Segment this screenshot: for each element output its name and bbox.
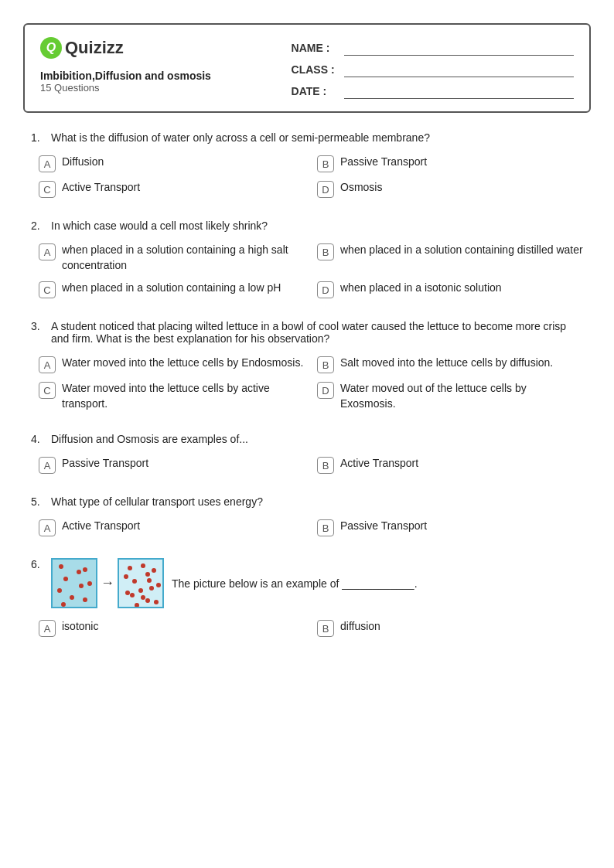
q1-letter-c: C	[39, 181, 56, 198]
name-field-row: NAME :	[292, 40, 574, 56]
q6-image-row: → The picture below is an example of ___…	[51, 558, 583, 608]
q5-num: 5.	[31, 495, 45, 508]
question-4-text: 4. Diffusion and Osmosis are examples of…	[31, 433, 583, 445]
q5-body: What type of cellular transport uses ene…	[51, 495, 263, 508]
q1-answer-b[interactable]: B Passive Transport	[317, 155, 583, 172]
q2-answers: A when placed in a solution containing a…	[31, 243, 583, 298]
quizizz-logo-icon	[40, 37, 62, 59]
q1-letter-b: B	[317, 155, 334, 172]
q3-num: 3.	[31, 320, 45, 345]
q1-text-a: Diffusion	[62, 155, 104, 170]
q2-body: In which case would a cell most likely s…	[51, 220, 268, 232]
date-field-row: DATE :	[292, 83, 574, 99]
q5-answer-a[interactable]: A Active Transport	[39, 519, 305, 536]
q2-letter-c: C	[39, 281, 56, 298]
q3-body: A student noticed that placing wilted le…	[51, 320, 583, 345]
quiz-count: 15 Questions	[40, 82, 276, 94]
q2-answer-a[interactable]: A when placed in a solution containing a…	[39, 243, 305, 273]
q4-letter-a: A	[39, 457, 56, 474]
q1-text-d: Osmosis	[340, 180, 382, 196]
diffusion-image: →	[51, 558, 164, 608]
q1-body: What is the diffusion of water only acro…	[51, 131, 430, 144]
question-1: 1. What is the diffusion of water only a…	[31, 131, 583, 198]
q2-text-d: when placed in a isotonic solution	[340, 281, 502, 296]
q3-letter-a: A	[39, 356, 56, 373]
q6-answer-b[interactable]: B diffusion	[317, 619, 583, 637]
header-left: Quizizz Imbibition,Diffusion and osmosis…	[40, 37, 292, 94]
date-label: DATE :	[292, 85, 338, 97]
q1-num: 1.	[31, 131, 45, 144]
logo-text: Quizizz	[65, 38, 124, 58]
q3-answer-d[interactable]: D Water moved out of the lettuce cells b…	[317, 381, 583, 411]
q3-text-b: Salt moved into the lettuce cells by dif…	[340, 356, 553, 371]
q2-num: 2.	[31, 220, 45, 232]
q4-text-a: Passive Transport	[62, 456, 148, 471]
q2-letter-b: B	[317, 243, 334, 260]
question-1-text: 1. What is the diffusion of water only a…	[31, 131, 583, 144]
q4-answers: A Passive Transport B Active Transport	[31, 456, 583, 474]
q6-answers: A isotonic B diffusion	[31, 619, 583, 637]
q1-answer-c[interactable]: C Active Transport	[39, 180, 305, 198]
quizizz-logo: Quizizz	[40, 37, 276, 59]
question-2-text: 2. In which case would a cell most likel…	[31, 220, 583, 232]
q3-answers: A Water moved into the lettuce cells by …	[31, 356, 583, 411]
q2-letter-a: A	[39, 243, 56, 260]
quiz-title: Imbibition,Diffusion and osmosis	[40, 70, 276, 82]
question-3-text: 3. A student noticed that placing wilted…	[31, 320, 583, 345]
q4-num: 4.	[31, 433, 45, 445]
q6-text-a: isotonic	[62, 619, 98, 635]
name-line[interactable]	[344, 40, 574, 56]
q3-text-a: Water moved into the lettuce cells by En…	[62, 356, 303, 371]
q3-text-d: Water moved out of the lettuce cells by …	[340, 381, 583, 411]
q1-answer-a[interactable]: A Diffusion	[39, 155, 305, 172]
q2-answer-b[interactable]: B when placed in a solution containing d…	[317, 243, 583, 273]
q6-num: 6.	[31, 558, 45, 608]
q1-answer-d[interactable]: D Osmosis	[317, 180, 583, 198]
q4-answer-a[interactable]: A Passive Transport	[39, 456, 305, 474]
q5-text-b: Passive Transport	[340, 519, 427, 534]
question-6: 6. → The picture below is an example of …	[31, 558, 583, 637]
question-4: 4. Diffusion and Osmosis are examples of…	[31, 433, 583, 474]
question-6-text: 6. → The picture below is an example of …	[31, 558, 583, 608]
q2-text-a: when placed in a solution containing a h…	[62, 243, 305, 273]
q5-text-a: Active Transport	[62, 519, 140, 534]
q4-letter-b: B	[317, 457, 334, 474]
q6-text-b: diffusion	[340, 619, 380, 635]
q6-answer-a[interactable]: A isotonic	[39, 619, 305, 637]
question-2: 2. In which case would a cell most likel…	[31, 220, 583, 298]
q3-letter-b: B	[317, 356, 334, 373]
cell-left	[51, 558, 97, 608]
cell-right	[118, 558, 164, 608]
q2-letter-d: D	[317, 281, 334, 298]
q3-letter-d: D	[317, 382, 334, 399]
q6-wrapper: → The picture below is an example of ___…	[51, 558, 583, 608]
name-label: NAME :	[292, 42, 338, 54]
q5-letter-a: A	[39, 519, 56, 536]
q6-letter-b: B	[317, 620, 334, 637]
q2-answer-d[interactable]: D when placed in a isotonic solution	[317, 281, 583, 298]
diffusion-arrow: →	[101, 575, 114, 591]
q3-answer-b[interactable]: B Salt moved into the lettuce cells by d…	[317, 356, 583, 373]
q1-text-b: Passive Transport	[340, 155, 427, 170]
q5-answer-b[interactable]: B Passive Transport	[317, 519, 583, 536]
question-3: 3. A student noticed that placing wilted…	[31, 320, 583, 411]
q1-answers: A Diffusion B Passive Transport C Active…	[31, 155, 583, 198]
questions-area: 1. What is the diffusion of water only a…	[23, 131, 591, 637]
q1-text-c: Active Transport	[62, 180, 140, 196]
q5-letter-b: B	[317, 519, 334, 536]
q3-answer-a[interactable]: A Water moved into the lettuce cells by …	[39, 356, 305, 373]
class-line[interactable]	[344, 62, 574, 77]
q4-answer-b[interactable]: B Active Transport	[317, 456, 583, 474]
class-field-row: CLASS :	[292, 62, 574, 77]
q5-answers: A Active Transport B Passive Transport	[31, 519, 583, 536]
q1-letter-a: A	[39, 155, 56, 172]
question-5-text: 5. What type of cellular transport uses …	[31, 495, 583, 508]
header-box: Quizizz Imbibition,Diffusion and osmosis…	[23, 23, 591, 113]
q2-answer-c[interactable]: C when placed in a solution containing a…	[39, 281, 305, 298]
q4-text-b: Active Transport	[340, 456, 418, 471]
date-line[interactable]	[344, 83, 574, 99]
q3-answer-c[interactable]: C Water moved into the lettuce cells by …	[39, 381, 305, 411]
class-label: CLASS :	[292, 63, 338, 76]
q3-text-c: Water moved into the lettuce cells by ac…	[62, 381, 305, 411]
q2-text-b: when placed in a solution containing dis…	[340, 243, 583, 258]
